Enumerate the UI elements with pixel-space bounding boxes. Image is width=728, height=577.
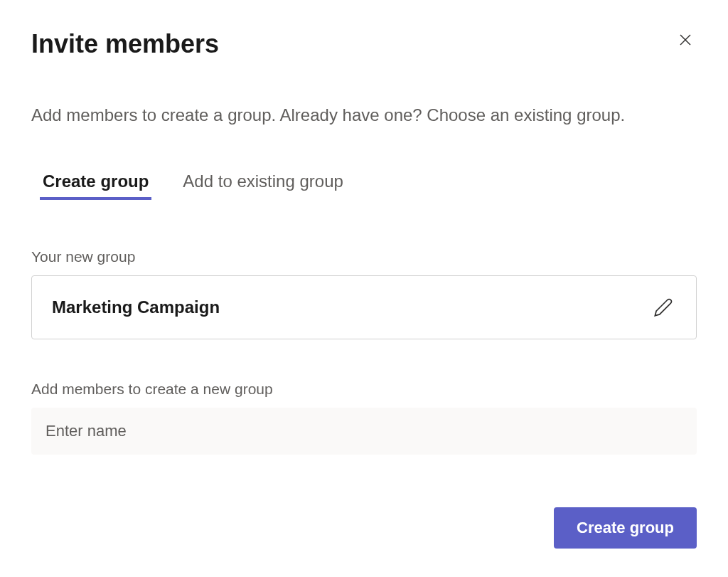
tab-add-existing[interactable]: Add to existing group bbox=[183, 171, 343, 200]
group-name-text: Marketing Campaign bbox=[52, 297, 220, 317]
add-members-section: Add members to create a new group bbox=[31, 381, 697, 455]
dialog-header: Invite members bbox=[31, 28, 697, 59]
dialog-description: Add members to create a group. Already h… bbox=[31, 103, 697, 127]
invite-members-dialog: Invite members Add members to create a g… bbox=[0, 0, 728, 577]
tab-create-group[interactable]: Create group bbox=[43, 171, 149, 200]
dialog-title: Invite members bbox=[31, 28, 219, 59]
add-members-label: Add members to create a new group bbox=[31, 381, 697, 398]
member-name-input[interactable] bbox=[31, 408, 697, 455]
pencil-icon bbox=[653, 297, 673, 317]
group-name-section: Your new group Marketing Campaign bbox=[31, 248, 697, 339]
close-icon bbox=[677, 31, 694, 48]
close-button[interactable] bbox=[674, 28, 697, 51]
create-group-button[interactable]: Create group bbox=[554, 507, 697, 549]
tabs-container: Create group Add to existing group bbox=[31, 171, 697, 200]
group-name-box: Marketing Campaign bbox=[31, 275, 697, 339]
edit-group-name-button[interactable] bbox=[651, 295, 676, 320]
dialog-footer: Create group bbox=[554, 507, 697, 549]
group-name-label: Your new group bbox=[31, 248, 697, 265]
